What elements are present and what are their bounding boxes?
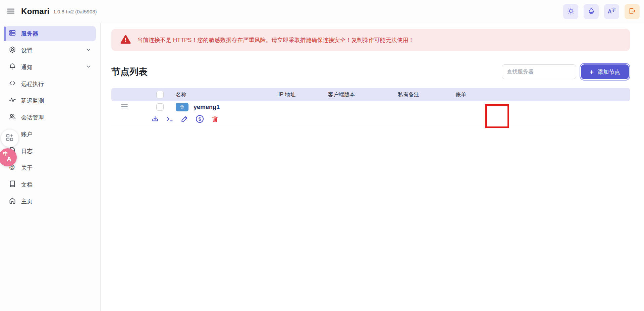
topbar-actions: A 字 [563,4,640,19]
sidebar-item-label: 主页 [21,198,33,205]
sidebar-item-label: 远程执行 [21,80,44,88]
sidebar-item-label: 服务器 [21,30,38,38]
trash-icon [211,115,219,124]
table-header-row: 名称 IP 地址 客户端版本 私有备注 账单 [111,88,630,101]
sidebar-item-latency[interactable]: 延迟监测 [4,93,96,108]
translate-en-glyph: A [7,155,11,163]
sidebar: 服务器 设置 [0,23,101,311]
app-version: 1.0.8-fix2 (0af5903) [53,9,97,14]
hamburger-icon [6,7,15,16]
sidebar-item-label: 通知 [21,63,33,71]
title-actions: + 添加节点 [502,64,630,79]
https-warning-banner: 当前连接不是 HTTPS！您的敏感数据存在严重风险。请立即采取措施确保连接安全！… [111,29,630,51]
plus-icon: + [590,68,594,75]
add-node-label: 添加节点 [597,68,620,76]
node-name: yemeng1 [194,104,220,111]
bell-icon [9,63,16,72]
gear-icon [9,46,16,55]
sidebar-item-label: 延迟监测 [21,97,44,105]
select-all-checkbox[interactable] [156,91,164,98]
column-header-bill: 账单 [455,91,630,98]
sidebar-item-label: 会话管理 [21,114,44,121]
delete-button[interactable] [211,115,219,124]
drag-handle[interactable] [111,103,154,111]
row-actions: $ [111,114,154,124]
column-header-client-version: 客户端版本 [328,91,398,98]
active-indicator [4,27,6,41]
sidebar-item-logs[interactable]: 日志 [4,144,96,159]
terminal-button[interactable] [166,115,174,124]
main-content: 当前连接不是 HTTPS！您的敏感数据存在严重风险。请立即采取措施确保连接安全！… [101,23,644,311]
chevron-down-icon [86,63,92,71]
sidebar-item-settings[interactable]: 设置 [4,43,96,58]
grid-sparkle-icon [5,133,14,143]
sidebar-item-home[interactable]: 主页 [4,194,96,209]
translate-icon: A 字 [607,7,616,16]
column-header-private-notes: 私有备注 [398,91,455,98]
sidebar-item-remote-exec[interactable]: 远程执行 [4,76,96,92]
users-icon [9,113,16,122]
add-node-button[interactable]: + 添加节点 [581,64,629,79]
alert-text: 当前连接不是 HTTPS！您的敏感数据存在严重风险。请立即采取措施确保连接安全！… [137,36,414,44]
search-input[interactable] [502,64,576,79]
table-row: yemeng1 [111,101,630,126]
sidebar-item-label: 关于 [21,164,33,172]
row-checkbox[interactable] [156,103,164,111]
column-header-name: 名称 [176,91,278,98]
color-theme-button[interactable] [584,4,599,19]
sidebar-item-label: 日志 [21,147,33,155]
svg-text:$: $ [198,116,201,121]
book-icon [9,180,16,189]
dollar-circle-icon: $ [195,114,204,124]
komari-app: Komari 1.0.8-fix2 (0af5903) [0,0,644,311]
un-flag-icon [176,103,189,111]
billing-button[interactable]: $ [195,114,204,124]
server-icon [9,29,16,38]
sun-icon [567,7,575,16]
extension-widget-button[interactable] [1,129,18,147]
sidebar-item-docs[interactable]: 文档 [4,177,96,192]
svg-text:字: 字 [611,7,615,12]
edit-button[interactable] [180,115,189,124]
sidebar-item-label: 文档 [21,181,33,189]
logout-button[interactable] [625,4,640,19]
sidebar-item-about[interactable]: @ 关于 [4,160,96,175]
title-row: 节点列表 + 添加节点 [111,64,630,79]
theme-toggle-button[interactable] [563,4,578,19]
sidebar-item-sessions[interactable]: 会话管理 [4,110,96,125]
terminal-icon [166,115,174,124]
logout-icon [628,7,636,16]
sidebar-item-notifications[interactable]: 通知 [4,60,96,75]
activity-icon [9,96,16,105]
download-icon [151,115,159,124]
alert-triangle-icon [120,35,131,46]
node-name-cell: yemeng1 [176,103,278,111]
chevron-down-icon [86,47,92,54]
app-brand: Komari [21,7,50,16]
code-icon [9,80,16,89]
sidebar-item-label: 设置 [21,47,33,54]
top-bar: Komari 1.0.8-fix2 (0af5903) [0,0,644,23]
hamburger-menu-button[interactable] [5,5,17,17]
sidebar-item-label: 账户 [21,131,33,138]
sidebar-item-servers[interactable]: 服务器 [4,26,96,41]
language-button[interactable]: A 字 [604,4,619,19]
droplet-icon [587,7,595,16]
home-icon [9,197,16,206]
page-title: 节点列表 [111,66,148,78]
download-button[interactable] [151,115,159,124]
column-header-ip: IP 地址 [278,91,328,98]
pencil-icon [180,115,189,124]
